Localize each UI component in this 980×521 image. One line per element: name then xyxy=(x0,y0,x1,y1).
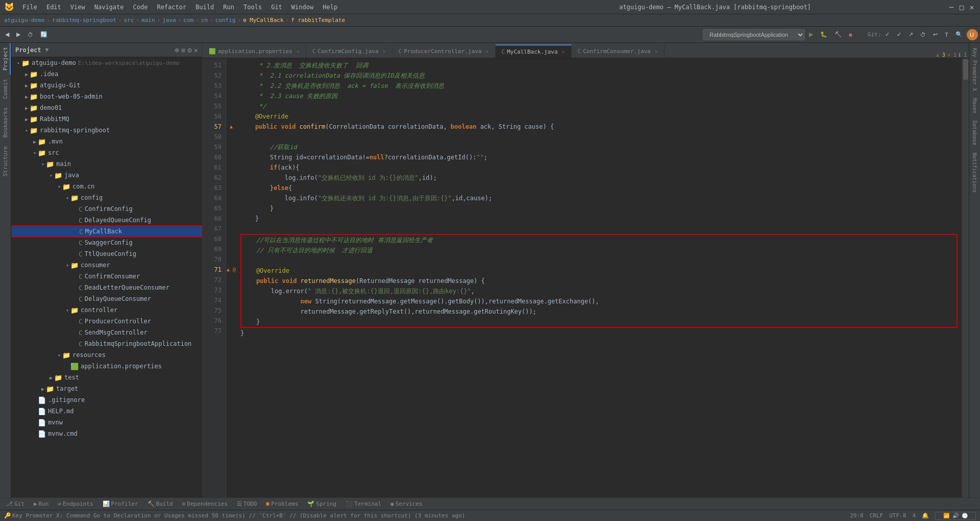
tab-confirmconsumer[interactable]: C ConfirmConsumer.java ✕ xyxy=(572,44,665,58)
breadcrumb-com[interactable]: com xyxy=(183,17,193,23)
git-history[interactable]: ⏱ xyxy=(917,29,929,41)
tab-close-producercontroller[interactable]: ✕ xyxy=(486,49,489,54)
menu-code[interactable]: Code xyxy=(129,3,152,12)
menu-git[interactable]: Git xyxy=(267,3,286,12)
breadcrumb-mycallback[interactable]: ⚙ MyCallBack xyxy=(243,17,283,23)
panel-label-project[interactable]: Project xyxy=(0,43,11,75)
tree-item-test[interactable]: ▶ 📁 test xyxy=(11,372,202,383)
run-button[interactable]: ▶ xyxy=(806,29,816,41)
tree-item-gitignore[interactable]: ▶ 📄 .gitignore xyxy=(11,394,202,406)
menu-help[interactable]: Help xyxy=(318,3,341,12)
tab-mycallback[interactable]: C MyCallBack.java ✕ xyxy=(496,44,572,58)
scrollbar-track[interactable] xyxy=(962,58,969,498)
bottom-tab-todo[interactable]: ☰ TODO xyxy=(233,499,261,510)
bottom-tab-endpoints[interactable]: ⇌ Endpoints xyxy=(54,499,97,510)
toolbar-stop[interactable]: ■ xyxy=(846,29,855,41)
menu-refactor[interactable]: Refactor xyxy=(153,3,190,12)
header-icon-collapse[interactable]: ≡ xyxy=(181,46,185,54)
tree-item-ttlqueue[interactable]: ▶ C TtlQueueConfig xyxy=(11,248,202,259)
breadcrumb-rabbittemplate[interactable]: f rabbitTemplate xyxy=(291,17,345,23)
tree-item-consumer[interactable]: ▾ 📁 consumer xyxy=(11,259,202,271)
bottom-tab-problems[interactable]: Problems xyxy=(262,499,302,510)
tree-item-deadletter[interactable]: ▶ C DeadLetterQueueConsumer xyxy=(11,282,202,293)
git-update[interactable]: ✓ xyxy=(882,29,893,41)
tree-item-delayqueue[interactable]: ▶ C DelayQueueConsumer xyxy=(11,293,202,304)
tree-item-sendmsg[interactable]: ▶ C SendMsgController xyxy=(11,327,202,338)
tree-item-comcn[interactable]: ▾ 📁 com.cn xyxy=(11,181,202,192)
tab-application-properties[interactable]: 🟩 application.properties ✕ xyxy=(203,44,306,58)
tab-close-confirmconfig[interactable]: ✕ xyxy=(383,49,386,54)
tree-item-appprops[interactable]: ▶ 🟩 application.properties xyxy=(11,361,202,372)
panel-label-commit[interactable]: Commit xyxy=(0,75,11,103)
tab-producercontroller[interactable]: C ProducerController.java ✕ xyxy=(393,44,496,58)
menu-window[interactable]: Window xyxy=(287,3,317,12)
tree-item-mvnwcmd[interactable]: ▶ 📄 mvnw.cmd xyxy=(11,428,202,439)
tree-item-helpmd[interactable]: ▶ 📄 HELP.md xyxy=(11,406,202,417)
tree-item-resources[interactable]: ▾ 📁 resources xyxy=(11,349,202,361)
tab-close-app-props[interactable]: ✕ xyxy=(297,49,300,54)
tree-item-idea[interactable]: ▶ 📁 .idea xyxy=(11,68,202,80)
tree-item-src[interactable]: ▾ 📁 src xyxy=(11,147,202,158)
code-scroll[interactable]: 51 52 53 54 55 56 57 58 59 60 61 62 63 6… xyxy=(203,58,969,498)
tab-close-mycallback[interactable]: ✕ xyxy=(562,49,565,55)
bottom-tab-run[interactable]: ▶ Run xyxy=(30,499,53,510)
header-icon-locate[interactable]: ⊕ xyxy=(175,46,179,54)
search[interactable]: 🔍 xyxy=(952,29,966,41)
right-panel-maven[interactable]: Maven xyxy=(971,95,978,116)
tab-close-confirmconsumer[interactable]: ✕ xyxy=(655,49,658,54)
breadcrumb-rabbitmq[interactable]: rabbitmq-springboot xyxy=(52,17,116,23)
debug-button[interactable]: 🐛 xyxy=(817,29,830,41)
code-content[interactable]: * 2.发消息 交换机接收失败了 回调 * 2.1 correlationDat… xyxy=(236,58,962,498)
menu-tools[interactable]: Tools xyxy=(239,3,266,12)
statusbar-notifications-icon[interactable]: 🔔 xyxy=(922,512,929,519)
breadcrumb-java[interactable]: java xyxy=(162,17,176,23)
tree-item-confirmconsumer[interactable]: ▶ C ConfirmConsumer xyxy=(11,271,202,282)
breadcrumb-src[interactable]: src xyxy=(124,17,134,23)
bottom-tab-terminal[interactable]: ⬛ Terminal xyxy=(341,499,385,510)
tree-item-mvn[interactable]: ▶ 📁 .mvn xyxy=(11,136,202,147)
right-panel-key-promoter[interactable]: Key Promoter X xyxy=(971,45,978,94)
right-panel-database[interactable]: Database xyxy=(971,117,978,148)
bottom-tab-services[interactable]: ◉ Services xyxy=(386,499,427,510)
menu-build[interactable]: Build xyxy=(191,3,218,12)
statusbar-encoding[interactable]: UTF-8 xyxy=(889,512,906,519)
tree-item-mvnw[interactable]: ▶ 📄 mvnw xyxy=(11,417,202,428)
tree-item-atguigu-git[interactable]: ▶ 📁 atguigu-Git xyxy=(11,80,202,91)
breadcrumb-cn[interactable]: cn xyxy=(201,17,208,23)
bottom-tab-spring[interactable]: 🌱 Spring xyxy=(303,499,340,510)
translate[interactable]: T xyxy=(942,29,951,41)
right-panel-notifications[interactable]: Notifications xyxy=(971,150,978,196)
bottom-tab-dependencies[interactable]: ≡ Dependencies xyxy=(178,499,232,510)
statusbar-linesep[interactable]: CRLF xyxy=(870,512,884,519)
statusbar-indent[interactable]: 4 xyxy=(912,512,916,519)
user-icon[interactable]: U xyxy=(967,29,978,40)
close-button[interactable]: ✕ xyxy=(968,3,976,11)
header-icon-settings[interactable]: ⚙ xyxy=(187,46,191,54)
git-push[interactable]: ↗ xyxy=(905,29,916,41)
menu-file[interactable]: File xyxy=(18,3,41,12)
project-dropdown-icon[interactable]: ▼ xyxy=(45,46,49,53)
toolbar-nav-forward[interactable]: ▶ xyxy=(13,29,23,41)
breadcrumb-config[interactable]: config xyxy=(215,17,236,23)
tree-item-delayedqueue[interactable]: ▶ C DelayedQueueConfig xyxy=(11,215,202,226)
tree-item-config[interactable]: ▾ 📁 config xyxy=(11,192,202,203)
tab-confirmconfig[interactable]: C ConfirmConfig.java ✕ xyxy=(306,44,393,58)
tree-item-demo01[interactable]: ▶ 📁 demo01 xyxy=(11,102,202,113)
tree-item-target[interactable]: ▶ 📁 target xyxy=(11,383,202,394)
toolbar-build[interactable]: 🔨 xyxy=(831,29,845,41)
tree-item-main[interactable]: ▾ 📁 main xyxy=(11,158,202,170)
tree-item-rabbitmq-springboot[interactable]: ▾ 📁 rabbitmq-springboot xyxy=(11,125,202,136)
bottom-tab-profiler[interactable]: 📊 Profiler xyxy=(99,499,142,510)
scrollbar-thumb[interactable] xyxy=(963,59,968,80)
tree-item-controller[interactable]: ▾ 📁 controller xyxy=(11,304,202,316)
tree-item-springbootapp[interactable]: ▶ C RabbitmqSpringbootApplication xyxy=(11,338,202,349)
tree-item-rabbitmq[interactable]: ▶ 📁 RabbitMQ xyxy=(11,113,202,125)
git-commit[interactable]: ✓ xyxy=(894,29,904,41)
breadcrumb-atguigu[interactable]: atguigu-demo xyxy=(4,17,44,23)
minimize-button[interactable]: ─ xyxy=(947,3,955,11)
menu-edit[interactable]: Edit xyxy=(42,3,65,12)
bottom-tab-build[interactable]: 🔨 Build xyxy=(143,499,177,510)
header-icon-close[interactable]: ✕ xyxy=(194,46,198,54)
statusbar-position[interactable]: 29:8 xyxy=(850,512,864,519)
menu-run[interactable]: Run xyxy=(219,3,238,12)
